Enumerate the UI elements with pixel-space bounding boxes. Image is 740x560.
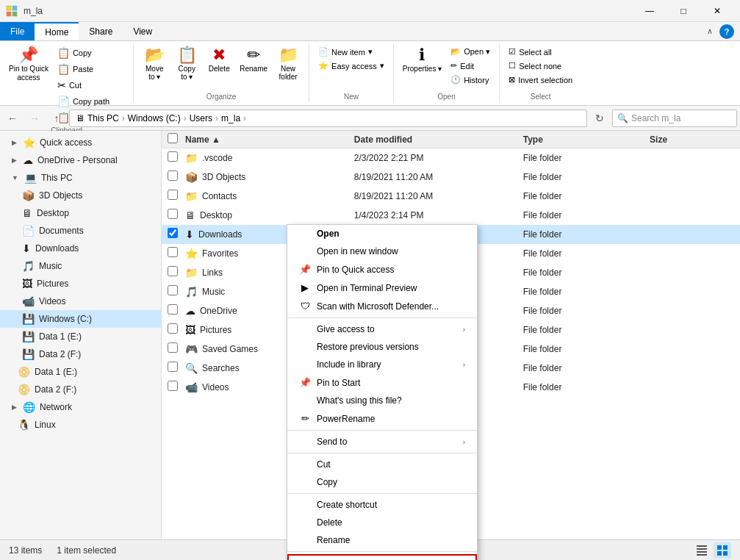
sidebar-item-data2-f2[interactable]: 📀 Data 2 (F:) <box>0 381 161 398</box>
row-checkbox[interactable] <box>168 362 178 372</box>
ctx-power-rename[interactable]: ✏ PowerRename <box>287 409 477 428</box>
row-checkbox[interactable] <box>168 151 178 162</box>
invert-selection-button[interactable]: ⊠ Invert selection <box>506 73 575 86</box>
move-to-button[interactable]: 📂 Moveto ▾ <box>140 46 169 82</box>
ctx-create-shortcut[interactable]: Create shortcut <box>287 496 477 514</box>
select-none-button[interactable]: ☐ Select none <box>506 60 575 72</box>
refresh-button[interactable]: ↻ <box>590 109 609 128</box>
sidebar-item-quick-access[interactable]: ▶ ⭐ Quick access <box>0 134 161 151</box>
cut-button[interactable]: ✂ Cut <box>54 78 127 93</box>
sidebar-item-pictures[interactable]: 🖼 Pictures <box>0 275 161 292</box>
ribbon-collapse-button[interactable]: ∧ <box>700 22 719 41</box>
type-col-header[interactable]: Type <box>523 134 650 145</box>
sidebar-item-desktop[interactable]: 🖥 Desktop <box>0 204 161 222</box>
sidebar-item-music[interactable]: 🎵 Music <box>0 257 161 275</box>
close-button[interactable]: ✕ <box>700 0 734 22</box>
ctx-restore-versions[interactable]: Restore previous versions <box>287 338 477 356</box>
tab-view[interactable]: View <box>123 22 162 40</box>
table-row[interactable]: 🖥Desktop 1/4/2023 2:14 PM File folder <box>162 206 740 225</box>
help-button[interactable]: ? <box>719 24 734 39</box>
ctx-rename[interactable]: Rename <box>287 531 477 549</box>
tab-share[interactable]: Share <box>79 22 123 40</box>
history-button[interactable]: 🕐 History <box>448 73 493 86</box>
row-checkbox[interactable] <box>168 342 178 353</box>
large-icons-view-button[interactable] <box>714 542 731 559</box>
ctx-send-to[interactable]: Send to › <box>287 433 477 450</box>
copy-button[interactable]: 📋 Copy <box>54 46 127 60</box>
svg-rect-3 <box>12 12 17 16</box>
row-checkbox[interactable] <box>168 266 178 276</box>
copy-to-button[interactable]: 📋 Copyto ▾ <box>172 46 201 82</box>
expand-icon: ▶ <box>12 157 17 164</box>
sidebar-item-this-pc[interactable]: ▼ 💻 This PC <box>0 169 161 187</box>
new-folder-icon: 📁 <box>279 47 298 63</box>
ctx-open[interactable]: Open <box>287 225 477 243</box>
ctx-open-new-window[interactable]: Open in new window <box>287 243 477 260</box>
row-checkbox[interactable] <box>168 247 178 257</box>
row-checkbox[interactable] <box>168 209 178 219</box>
data2-f2-icon: 📀 <box>18 384 30 395</box>
sidebar-item-data1-e2[interactable]: 📀 Data 1 (E:) <box>0 363 161 381</box>
name-col-header[interactable]: Name ▲ <box>185 134 354 145</box>
paste-button[interactable]: 📋 Paste <box>54 62 127 76</box>
ctx-give-access[interactable]: Give access to › <box>287 320 477 338</box>
sidebar-item-videos[interactable]: 📹 Videos <box>0 292 161 310</box>
ctx-pin-start[interactable]: 📌 Pin to Start <box>287 373 477 392</box>
select-all-button[interactable]: ☑ Select all <box>506 46 575 58</box>
sidebar-item-network[interactable]: ▶ 🌐 Network <box>0 398 161 416</box>
row-checkbox[interactable] <box>168 381 178 391</box>
delete-button[interactable]: ✖ Delete <box>204 46 234 74</box>
ctx-delete[interactable]: Delete <box>287 514 477 531</box>
ctx-whats-using[interactable]: What's using this file? <box>287 392 477 409</box>
ctx-cut[interactable]: Cut <box>287 456 477 473</box>
ctx-send-arrow: › <box>463 438 465 446</box>
easy-access-button[interactable]: ⭐ Easy access ▾ <box>315 60 387 72</box>
pin-to-quick-access-button[interactable]: 📌 Pin to Quickaccess <box>6 46 51 84</box>
tab-file[interactable]: File <box>0 22 35 40</box>
sidebar-item-downloads[interactable]: ⬇ Downloads <box>0 240 161 257</box>
ctx-include-library[interactable]: Include in library › <box>287 356 477 373</box>
ctx-copy[interactable]: Copy <box>287 473 477 491</box>
new-folder-button[interactable]: 📁 Newfolder <box>273 46 303 82</box>
copy-path-button[interactable]: 📄 Copy path <box>54 94 127 109</box>
sidebar-item-data1-e[interactable]: 💾 Data 1 (E:) <box>0 328 161 345</box>
sidebar-item-onedrive[interactable]: ▶ ☁ OneDrive - Personal <box>0 151 161 169</box>
sidebar-item-3d-objects[interactable]: 📦 3D Objects <box>0 187 161 204</box>
minimize-button[interactable]: — <box>633 0 667 22</box>
sidebar-item-documents[interactable]: 📄 Documents <box>0 222 161 240</box>
ctx-separator-2 <box>287 430 477 431</box>
size-col-header[interactable]: Size <box>650 134 734 145</box>
new-item-button[interactable]: 📄 New item ▾ <box>315 46 387 58</box>
row-checkbox[interactable] <box>168 228 178 238</box>
table-row[interactable]: 📦3D Objects 8/19/2021 11:20 AM File fold… <box>162 168 740 187</box>
row-checkbox[interactable] <box>168 304 178 315</box>
up-button[interactable]: ↑ <box>47 109 66 128</box>
ctx-pin-quick-access[interactable]: 📌 Pin to Quick access <box>287 260 477 279</box>
tab-home[interactable]: Home <box>35 22 79 40</box>
row-checkbox[interactable] <box>168 170 178 181</box>
back-button[interactable]: ← <box>3 109 22 128</box>
ctx-open-terminal[interactable]: ▶ Open in Terminal Preview <box>287 279 477 297</box>
ctx-scan-defender[interactable]: 🛡 Scan with Microsoft Defender... <box>287 297 477 315</box>
details-view-button[interactable] <box>693 542 711 559</box>
forward-button[interactable]: → <box>25 109 44 128</box>
address-path[interactable]: 🖥 This PC › Windows (C:) › Users › m_la … <box>69 110 587 127</box>
sidebar-item-data2-f[interactable]: 💾 Data 2 (F:) <box>0 345 161 363</box>
row-checkbox[interactable] <box>168 323 178 334</box>
sidebar-item-linux[interactable]: 🐧 Linux <box>0 416 161 434</box>
row-checkbox[interactable] <box>168 190 178 200</box>
search-box[interactable]: 🔍 Search m_la <box>612 110 737 127</box>
row-checkbox[interactable] <box>168 285 178 295</box>
open-ribbon-button[interactable]: 📂 Open ▾ <box>448 46 493 58</box>
select-all-checkbox[interactable] <box>168 133 178 143</box>
sidebar-item-windows-c[interactable]: 💾 Windows (C:) <box>0 310 161 328</box>
date-col-header[interactable]: Date modified <box>354 134 523 145</box>
properties-button[interactable]: ℹ Properties ▾ <box>400 46 445 74</box>
ctx-properties[interactable]: Properties <box>287 554 477 560</box>
file-icon: ☁ <box>185 305 195 317</box>
table-row[interactable]: 📁Contacts 8/19/2021 11:20 AM File folder <box>162 187 740 206</box>
edit-button[interactable]: ✏ Edit <box>448 60 493 72</box>
table-row[interactable]: 📁.vscode 2/3/2022 2:21 PM File folder <box>162 148 740 168</box>
maximize-button[interactable]: □ <box>667 0 700 22</box>
rename-button[interactable]: ✏ Rename <box>237 46 270 74</box>
